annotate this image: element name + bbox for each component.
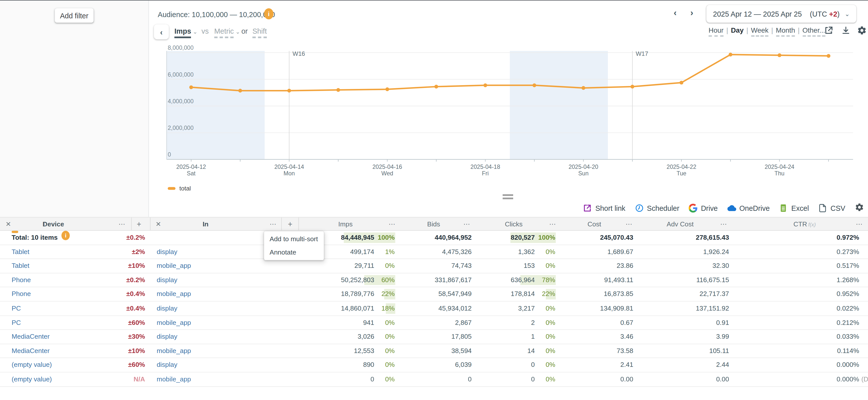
data-point[interactable] <box>778 53 781 57</box>
data-point[interactable] <box>434 85 438 88</box>
device-type-value[interactable]: (empty value) <box>11 358 52 372</box>
google-drive-button[interactable]: Drive <box>689 204 718 213</box>
menu-item-add-to-multi-sort[interactable]: Add to multi-sort <box>264 233 324 246</box>
shift-tolerance-value[interactable]: ±30% <box>128 330 145 344</box>
device-type-value[interactable]: Tablet <box>11 245 29 259</box>
in-app-value[interactable]: mobile_app <box>157 259 191 273</box>
data-point[interactable] <box>238 89 242 92</box>
add-dimension-icon[interactable]: + <box>288 218 292 232</box>
device-type-value[interactable]: MediaCenter <box>11 344 50 358</box>
shift-toggle[interactable]: Shift <box>252 27 267 35</box>
granularity-day[interactable]: Day <box>731 27 744 35</box>
data-point[interactable] <box>484 84 487 87</box>
primary-metric-select[interactable]: Imps⌄ <box>175 27 197 35</box>
column-header-imps[interactable]: Imps <box>338 218 352 232</box>
date-next-button[interactable]: › <box>690 8 693 18</box>
in-app-value[interactable]: mobile_app <box>157 344 191 358</box>
csv-export-button[interactable]: CSV <box>818 204 845 213</box>
secondary-metric-select[interactable]: Metric⌄ <box>214 27 240 35</box>
ctr-value: 0.000%(Division by zero) <box>837 372 859 387</box>
shift-tolerance-value[interactable]: ±0.2% <box>126 273 145 287</box>
granularity-month[interactable]: Month <box>776 27 795 37</box>
excel-export-button[interactable]: Excel <box>779 204 809 213</box>
device-type-value[interactable]: MediaCenter <box>11 330 50 344</box>
granularity-hour[interactable]: Hour <box>709 27 724 37</box>
column-header-bids[interactable]: Bids <box>427 218 440 232</box>
in-app-column-menu-icon[interactable]: ⋯ <box>270 218 277 232</box>
data-point[interactable] <box>385 87 389 91</box>
shift-tolerance-value[interactable]: ±0.2% <box>126 231 145 245</box>
in-app-value[interactable]: display <box>157 273 177 287</box>
ctr-value: 0.517% <box>837 259 859 273</box>
in-app-value[interactable]: display <box>157 302 177 315</box>
remove-device-type-column-icon[interactable]: ✕ <box>5 218 11 232</box>
in-app-value[interactable]: mobile_app <box>157 316 191 330</box>
device-type-value[interactable]: Phone <box>11 287 31 302</box>
column-header-clicks[interactable]: Clicks <box>505 218 523 232</box>
audience-info-icon[interactable]: i <box>264 8 273 19</box>
ctr-column-menu-icon[interactable]: ⋯ <box>856 218 863 232</box>
data-point[interactable] <box>630 85 634 88</box>
legend-item-total[interactable]: total <box>167 185 191 191</box>
shift-tolerance-value[interactable]: ±10% <box>128 344 145 358</box>
data-point[interactable] <box>287 89 291 92</box>
remove-in-app-column-icon[interactable]: ✕ <box>156 218 161 232</box>
imps-percent: 0% <box>385 316 395 330</box>
column-header-cost[interactable]: Cost <box>588 218 601 232</box>
in-app-value[interactable]: display <box>157 358 177 372</box>
table-settings-gear-icon[interactable] <box>855 203 864 214</box>
shift-tolerance-value[interactable]: ±0.4% <box>126 302 145 315</box>
device-type-value[interactable]: Phone <box>11 273 31 287</box>
device-type-value[interactable]: PC <box>11 302 21 315</box>
data-point[interactable] <box>680 81 683 85</box>
shift-tolerance-value[interactable]: ±0.4% <box>126 287 145 302</box>
collapse-chart-button[interactable]: ‹ <box>154 24 168 39</box>
device-type-value[interactable]: Tablet <box>11 259 29 273</box>
in-app-value[interactable]: display <box>157 330 177 344</box>
adv-cost-column-menu-icon[interactable]: ⋯ <box>720 218 727 232</box>
shift-tolerance-value[interactable]: ±10% <box>128 259 145 273</box>
in-app-value[interactable]: mobile_app <box>157 372 191 387</box>
add-dimension-icon[interactable]: + <box>137 218 141 232</box>
add-filter-button[interactable]: Add filter <box>55 8 93 23</box>
imps-column-menu-icon[interactable]: ⋯ <box>389 218 396 232</box>
chart-settings-gear-icon[interactable] <box>857 25 868 36</box>
chart-resize-handle[interactable] <box>503 194 513 201</box>
short-link-button[interactable]: Short link <box>583 204 625 213</box>
data-point[interactable] <box>582 86 585 90</box>
bids-value: 38,594 <box>451 344 472 358</box>
date-range-picker[interactable]: 2025 Apr 12 — 2025 Apr 25 (UTC +2) ⌄ <box>706 5 857 23</box>
column-header-ctr[interactable]: CTRf(x) <box>793 218 807 232</box>
onedrive-button[interactable]: OneDrive <box>727 204 770 213</box>
open-in-new-icon[interactable] <box>824 25 835 36</box>
bids-value: 0 <box>468 372 472 387</box>
device-type-column-menu-icon[interactable]: ⋯ <box>118 218 126 232</box>
data-point[interactable] <box>532 84 536 87</box>
device-type-value[interactable]: PC <box>11 316 21 330</box>
scheduler-button[interactable]: Scheduler <box>635 204 679 213</box>
download-icon[interactable] <box>841 25 852 36</box>
shift-tolerance-value[interactable]: ±60% <box>128 316 145 330</box>
data-point[interactable] <box>728 53 732 57</box>
clicks-column-menu-icon[interactable]: ⋯ <box>549 218 556 232</box>
shift-tolerance-value[interactable]: ±60% <box>128 358 145 372</box>
granularity-week[interactable]: Week <box>751 27 769 37</box>
device-type-value[interactable]: (empty value) <box>11 372 52 387</box>
granularity-other[interactable]: Other... <box>802 27 825 37</box>
menu-item-annotate[interactable]: Annotate <box>264 246 324 259</box>
data-point[interactable] <box>189 86 193 89</box>
x-tick-weekday: Sat <box>187 170 195 177</box>
data-point[interactable] <box>336 88 340 92</box>
in-app-value[interactable]: display <box>157 245 177 259</box>
shift-tolerance-value[interactable]: ±2% <box>132 245 145 259</box>
total-info-icon[interactable]: i <box>62 231 70 240</box>
bids-column-menu-icon[interactable]: ⋯ <box>463 218 471 232</box>
cost-column-menu-icon[interactable]: ⋯ <box>625 218 633 232</box>
column-header-adv-cost[interactable]: Adv Cost <box>667 218 693 232</box>
adv-cost-value: 32.30 <box>712 259 729 273</box>
data-point[interactable] <box>827 54 830 58</box>
shift-tolerance-value[interactable]: N/A <box>134 372 145 387</box>
in-app-value[interactable]: mobile_app <box>157 287 191 302</box>
date-prev-button[interactable]: ‹ <box>674 8 677 18</box>
table-row: Phone±0.2%display50,252,80360%331,867,61… <box>0 273 868 287</box>
